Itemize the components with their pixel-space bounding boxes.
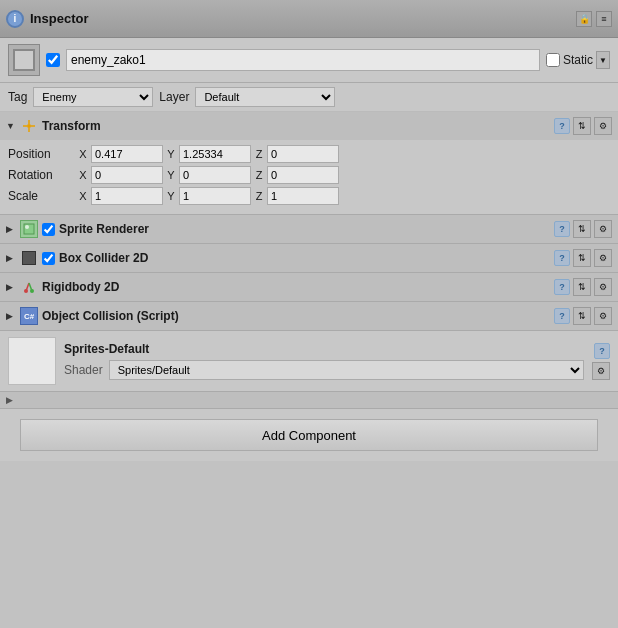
material-help-btn[interactable]: ?	[594, 343, 610, 359]
rotation-y-input[interactable]	[179, 166, 251, 184]
material-section-wrapper: Sprites-Default Shader Sprites/Default ?…	[0, 331, 618, 409]
sprite-renderer-help-btn[interactable]: ?	[554, 221, 570, 237]
box-collider-checkbox[interactable]	[42, 252, 55, 265]
script-component: ▶ C# Object Collision (Script) ? ⇅ ⚙	[0, 302, 618, 331]
transform-controls: ? ⇅ ⚙	[554, 117, 612, 135]
material-controls: ? ⚙	[592, 343, 610, 380]
scale-axis-group: X Y Z	[77, 187, 610, 205]
scale-y-input[interactable]	[179, 187, 251, 205]
sprite-renderer-title: Sprite Renderer	[59, 222, 550, 236]
script-align-btn[interactable]: ⇅	[573, 307, 591, 325]
transform-title: Transform	[42, 119, 550, 133]
position-axis-group: X Y Z	[77, 145, 610, 163]
static-area: Static ▼	[546, 51, 610, 69]
svg-rect-5	[24, 224, 34, 234]
scale-y-letter: Y	[165, 190, 177, 202]
transform-arrow: ▼	[6, 121, 16, 131]
sprite-renderer-controls: ? ⇅ ⚙	[554, 220, 612, 238]
box-collider-settings-btn[interactable]: ⚙	[594, 249, 612, 267]
inspector-icon: i	[6, 10, 24, 28]
transform-align-btn[interactable]: ⇅	[573, 117, 591, 135]
rotation-row: Rotation X Y Z	[8, 166, 610, 184]
sprite-renderer-arrow: ▶	[6, 224, 16, 234]
add-component-section: Add Component	[0, 409, 618, 461]
rigidbody-align-btn[interactable]: ⇅	[573, 278, 591, 296]
title-controls: 🔒 ≡	[576, 11, 612, 27]
object-header: Static ▼	[0, 38, 618, 83]
static-checkbox[interactable]	[546, 53, 560, 67]
tag-layer-row: Tag Enemy Layer Default	[0, 83, 618, 112]
transform-help-btn[interactable]: ?	[554, 118, 570, 134]
material-section: Sprites-Default Shader Sprites/Default ?…	[0, 331, 618, 392]
box-collider-icon	[20, 249, 38, 267]
rigidbody-component: ▶ Rigidbody 2D ? ⇅ ⚙	[0, 273, 618, 302]
rigidbody-title: Rigidbody 2D	[42, 280, 550, 294]
material-name: Sprites-Default	[64, 342, 584, 356]
sprite-renderer-component: ▶ Sprite Renderer ? ⇅ ⚙	[0, 215, 618, 244]
static-dropdown[interactable]: ▼	[596, 51, 610, 69]
position-y-letter: Y	[165, 148, 177, 160]
material-settings-btn[interactable]: ⚙	[592, 362, 610, 380]
object-icon	[8, 44, 40, 76]
shader-select[interactable]: Sprites/Default	[109, 360, 584, 380]
tag-label: Tag	[8, 90, 27, 104]
title-bar: i Inspector 🔒 ≡	[0, 0, 618, 38]
script-icon: C#	[20, 307, 38, 325]
rigidbody-settings-btn[interactable]: ⚙	[594, 278, 612, 296]
svg-point-0	[27, 124, 31, 128]
layer-label: Layer	[159, 90, 189, 104]
rotation-z-input[interactable]	[267, 166, 339, 184]
rigidbody-arrow: ▶	[6, 282, 16, 292]
transform-header[interactable]: ▼ Transform ? ⇅ ⚙	[0, 112, 618, 140]
transform-component: ▼ Transform ? ⇅ ⚙ Position X Y	[0, 112, 618, 215]
rigidbody-icon	[20, 278, 38, 296]
scale-z-input[interactable]	[267, 187, 339, 205]
position-x-input[interactable]	[91, 145, 163, 163]
rigidbody-controls: ? ⇅ ⚙	[554, 278, 612, 296]
sprite-renderer-checkbox[interactable]	[42, 223, 55, 236]
rotation-label: Rotation	[8, 168, 73, 182]
rotation-axis-group: X Y Z	[77, 166, 610, 184]
object-name-input[interactable]	[66, 49, 540, 71]
sprite-renderer-align-btn[interactable]: ⇅	[573, 220, 591, 238]
position-y-input[interactable]	[179, 145, 251, 163]
scale-x-input[interactable]	[91, 187, 163, 205]
position-z-input[interactable]	[267, 145, 339, 163]
position-label: Position	[8, 147, 73, 161]
rotation-x-input[interactable]	[91, 166, 163, 184]
transform-settings-btn[interactable]: ⚙	[594, 117, 612, 135]
sprite-renderer-icon	[20, 220, 38, 238]
lock-icon[interactable]: 🔒	[576, 11, 592, 27]
rigidbody-header[interactable]: ▶ Rigidbody 2D ? ⇅ ⚙	[0, 273, 618, 301]
material-preview	[8, 337, 56, 385]
script-header[interactable]: ▶ C# Object Collision (Script) ? ⇅ ⚙	[0, 302, 618, 330]
box-collider-controls: ? ⇅ ⚙	[554, 249, 612, 267]
box-collider-align-btn[interactable]: ⇅	[573, 249, 591, 267]
object-active-checkbox[interactable]	[46, 53, 60, 67]
material-expand-arrow: ▶	[6, 395, 13, 405]
shader-label: Shader	[64, 363, 103, 377]
scale-label: Scale	[8, 189, 73, 203]
script-settings-btn[interactable]: ⚙	[594, 307, 612, 325]
svg-point-6	[25, 225, 29, 229]
menu-icon[interactable]: ≡	[596, 11, 612, 27]
scale-row: Scale X Y Z	[8, 187, 610, 205]
rotation-z-letter: Z	[253, 169, 265, 181]
tag-select[interactable]: Enemy	[33, 87, 153, 107]
rotation-x-letter: X	[77, 169, 89, 181]
sprite-renderer-header[interactable]: ▶ Sprite Renderer ? ⇅ ⚙	[0, 215, 618, 243]
material-expand[interactable]: ▶	[0, 392, 618, 408]
box-collider-header[interactable]: ▶ Box Collider 2D ? ⇅ ⚙	[0, 244, 618, 272]
material-info: Sprites-Default Shader Sprites/Default	[64, 342, 584, 380]
rotation-y-letter: Y	[165, 169, 177, 181]
layer-select[interactable]: Default	[195, 87, 335, 107]
scale-x-letter: X	[77, 190, 89, 202]
rigidbody-help-btn[interactable]: ?	[554, 279, 570, 295]
script-title: Object Collision (Script)	[42, 309, 550, 323]
add-component-button[interactable]: Add Component	[20, 419, 598, 451]
sprite-renderer-settings-btn[interactable]: ⚙	[594, 220, 612, 238]
position-row: Position X Y Z	[8, 145, 610, 163]
script-controls: ? ⇅ ⚙	[554, 307, 612, 325]
script-help-btn[interactable]: ?	[554, 308, 570, 324]
box-collider-help-btn[interactable]: ?	[554, 250, 570, 266]
